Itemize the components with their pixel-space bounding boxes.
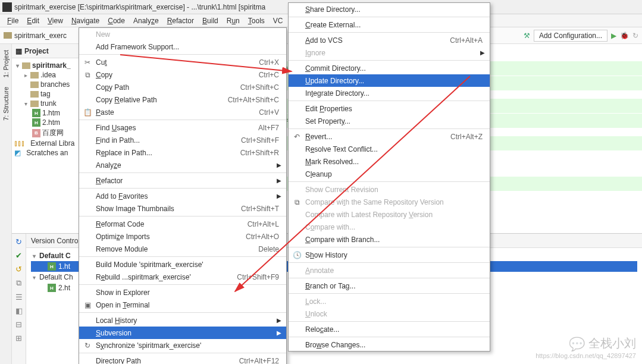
menu-view[interactable]: View	[44, 15, 67, 26]
menu-code[interactable]: Code	[104, 15, 129, 26]
shelve-icon[interactable]: ☰	[15, 293, 23, 302]
context-menu-subversion[interactable]: Share Directory...Create External...Add …	[288, 2, 490, 352]
ctx-project-item[interactable]: Add to Favorites▶	[79, 190, 286, 202]
ctx-project-item[interactable]: Rebuild ...spiritmark_exercise'Ctrl+Shif…	[79, 271, 286, 283]
expand-icon[interactable]: ⊟	[15, 320, 22, 329]
ctx-project-item[interactable]: Replace in Path...Ctrl+Shift+R	[79, 146, 286, 159]
menu-separator	[79, 256, 286, 257]
menu-navigate[interactable]: Navigate	[68, 15, 103, 26]
ctx-project-item[interactable]: Subversion▶	[79, 327, 286, 339]
group-icon[interactable]: ◧	[15, 306, 23, 315]
ctx-project-item[interactable]: Find in Path...Ctrl+Shift+F	[79, 134, 286, 146]
ctx-subversion-item[interactable]: Resolve Text Conflict...	[289, 143, 490, 155]
ctx-subversion-item: Compare with...	[289, 221, 490, 233]
ctx-subversion-item[interactable]: Set Property...	[289, 115, 490, 127]
menu-analyze[interactable]: Analyze	[130, 15, 162, 26]
menu-item-label: Show Image Thumbnails	[96, 205, 174, 213]
ctx-project-item[interactable]: Local History▶	[79, 314, 286, 327]
ctx-subversion-item[interactable]: 🕓Show History	[289, 249, 490, 261]
refresh-icon[interactable]: ↻	[15, 237, 22, 246]
left-gutter: 1: Project 7: Structure	[0, 44, 12, 364]
ctx-project-item[interactable]: Optimize ImportsCtrl+Alt+O	[79, 230, 286, 243]
ctx-project-item[interactable]: Copy PathCtrl+Shift+C	[79, 81, 286, 93]
menu-shortcut: Alt+F7	[258, 124, 279, 132]
ctx-project-item[interactable]: Add Framework Support...	[79, 40, 286, 53]
ctx-project-item[interactable]: 📋PasteCtrl+V	[79, 106, 286, 118]
menu-vcs[interactable]: VC	[270, 15, 287, 26]
library-icon: ⫿⫿⫿	[14, 139, 25, 148]
menu-run[interactable]: Run	[223, 15, 243, 26]
menu-item-label: Add to VCS	[305, 36, 343, 45]
menu-item-label: Copy	[96, 71, 112, 79]
menu-separator	[289, 32, 490, 33]
rollback-icon[interactable]: ↺	[15, 265, 22, 274]
menu-separator	[289, 278, 490, 278]
menu-item-label: Edit Properties	[305, 105, 352, 113]
ctx-project-item[interactable]: Remove ModuleDelete	[79, 243, 286, 255]
ctx-subversion-item[interactable]: Cleanup	[289, 168, 490, 180]
commit-icon[interactable]: ✔	[15, 251, 22, 260]
ctx-subversion-item[interactable]: Relocate...	[289, 323, 490, 335]
menu-edit[interactable]: Edit	[23, 15, 43, 26]
ctx-project-item[interactable]: ⧉CopyCtrl+C	[79, 68, 286, 81]
menu-shortcut: Ctrl+Shift+C	[240, 83, 279, 92]
ctx-project-item[interactable]: Show in Explorer	[79, 286, 286, 299]
menu-item-label: Local History	[96, 316, 137, 325]
ctx-subversion-item[interactable]: Commit Directory...	[289, 62, 490, 74]
ctx-subversion-item: Annotate	[289, 264, 490, 277]
collapse-icon[interactable]: ⊞	[15, 334, 22, 343]
menu-tools[interactable]: Tools	[245, 15, 268, 26]
structure-tool-tab[interactable]: 7: Structure	[2, 83, 10, 124]
hammer-icon[interactable]: ⚒	[524, 32, 530, 40]
ctx-project-item[interactable]: Copy Relative PathCtrl+Alt+Shift+C	[79, 93, 286, 106]
menu-shortcut: Ctrl+Alt+L	[248, 220, 279, 228]
ctx-project-item[interactable]: Show Image ThumbnailsCtrl+Shift+T	[79, 202, 286, 215]
ctx-subversion-item[interactable]: ↶Revert...Ctrl+Alt+Z	[289, 130, 490, 143]
ctx-project-item[interactable]: Find UsagesAlt+F7	[79, 121, 286, 134]
ctx-project-item[interactable]: ✂CutCtrl+X	[79, 56, 286, 68]
menu-item-label: Unlock	[305, 310, 327, 318]
ctx-project-item[interactable]: ▣Open in Terminal	[79, 299, 286, 311]
ctx-subversion-item[interactable]: Create External...	[289, 18, 490, 31]
diff-icon[interactable]: ⧉	[16, 278, 21, 288]
menu-separator	[289, 262, 490, 263]
menu-item-label: Cleanup	[305, 170, 332, 178]
menu-file[interactable]: File	[4, 15, 22, 26]
ctx-subversion-item[interactable]: Integrate Directory...	[289, 87, 490, 99]
breadcrumb-text: spiritmark_exerc	[14, 32, 67, 40]
vc-toolbar: ↻ ✔ ↺ ⧉ ☰ ◧ ⊟ ⊞	[12, 234, 26, 364]
menu-item-label: Find Usages	[96, 124, 136, 132]
menu-item-label: Subversion	[96, 329, 131, 337]
menu-separator	[289, 60, 490, 61]
menu-shortcut: Ctrl+Alt+Shift+C	[228, 96, 279, 104]
ctx-project-item[interactable]: Directory PathCtrl+Alt+F12	[79, 354, 286, 364]
project-tool-tab[interactable]: 1: Project	[2, 46, 10, 81]
ctx-subversion-item[interactable]: Branch or Tag...	[289, 280, 490, 292]
ctx-subversion-item[interactable]: Edit Properties	[289, 102, 490, 115]
menu-item-label: Create External...	[305, 21, 361, 29]
ctx-subversion-item[interactable]: Update Directory...	[289, 74, 490, 87]
ctx-subversion-item[interactable]: Add to VCSCtrl+Alt+A	[289, 34, 490, 46]
ctx-project-item[interactable]: Reformat CodeCtrl+Alt+L	[79, 218, 286, 230]
ctx-project-item[interactable]: Build Module 'spiritmark_exercise'	[79, 258, 286, 271]
menu-refactor[interactable]: Refactor	[164, 15, 198, 26]
ctx-subversion-item[interactable]: Browse Changes...	[289, 338, 490, 351]
run-icon[interactable]: ▶	[611, 32, 616, 40]
stop-icon[interactable]: ↻	[632, 32, 638, 40]
run-config-dropdown[interactable]: Add Configuration...	[534, 30, 607, 42]
menu-shortcut: Ctrl+Alt+F12	[239, 357, 279, 365]
ctx-project-item[interactable]: Refactor▶	[79, 174, 286, 187]
menu-item-label: Show Current Revision	[305, 186, 378, 194]
menu-item-label: Replace in Path...	[96, 149, 152, 157]
debug-icon[interactable]: 🐞	[620, 32, 629, 40]
ctx-subversion-item[interactable]: Compare with Branch...	[289, 233, 490, 246]
menu-build[interactable]: Build	[199, 15, 222, 26]
ctx-project-item[interactable]: ↻Synchronize 'spiritmark_exercise'	[79, 339, 286, 352]
ctx-subversion-item[interactable]: Mark Resolved...	[289, 155, 490, 168]
menu-item-label: New	[96, 30, 110, 39]
context-menu-project[interactable]: NewAdd Framework Support...✂CutCtrl+X⧉Co…	[79, 27, 287, 364]
breadcrumb[interactable]: spiritmark_exerc	[4, 32, 67, 40]
ctx-project-item[interactable]: Analyze▶	[79, 159, 286, 171]
ctx-subversion-item[interactable]: Share Directory...	[289, 3, 490, 15]
ctx-subversion-item: Ignore▶	[289, 46, 490, 59]
